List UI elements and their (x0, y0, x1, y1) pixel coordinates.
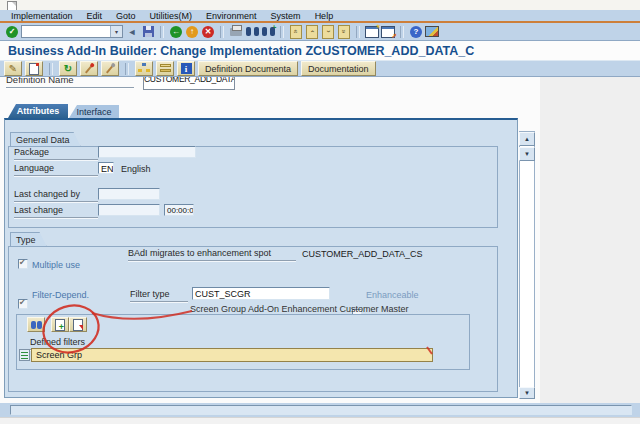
next-page-icon: › (322, 25, 334, 39)
filter-row-icon[interactable] (19, 349, 30, 361)
tab-attributes[interactable]: Attributes (8, 104, 68, 118)
command-field[interactable] (22, 26, 110, 37)
enhancement-spot-value: CUSTOMER_ADD_DATA_CS (302, 249, 423, 261)
next-page-button[interactable]: › (321, 25, 335, 39)
general-data-header: General Data (10, 132, 81, 146)
definition-name-field[interactable]: CUSTOMER_ADD_DATA_CS (143, 77, 235, 90)
toolbar-separator (400, 26, 404, 38)
definition-documentation-button[interactable]: Definition Documenta (198, 61, 298, 76)
menu-help[interactable]: Help (315, 11, 334, 21)
last-page-icon: » (338, 25, 350, 39)
multiple-use-checkbox[interactable] (18, 259, 28, 269)
definition-name-label: Definition Name (6, 77, 134, 88)
language-code-field[interactable]: EN (98, 162, 114, 174)
definition-name-row: Definition Name CUSTOMER_ADD_DATA_CS (0, 77, 540, 97)
first-page-button[interactable]: « (289, 25, 303, 39)
customize-layout-button[interactable] (425, 25, 439, 39)
deactivate-button[interactable] (101, 61, 119, 76)
exit-button[interactable]: ↑ (185, 25, 199, 39)
find-button[interactable] (245, 25, 259, 39)
print-button[interactable] (229, 25, 243, 39)
create-shortcut-icon: ➚ (381, 26, 395, 38)
back-icon: ← (170, 26, 182, 38)
toolbar-separator (220, 26, 224, 38)
toolbar-separator (49, 63, 53, 75)
last-page-button[interactable]: » (337, 25, 351, 39)
menu-system[interactable]: System (271, 11, 301, 21)
filter-row-value[interactable]: Screen Grp (31, 348, 433, 362)
help-button[interactable]: ? (409, 25, 423, 39)
menu-goto[interactable]: Goto (116, 11, 136, 21)
back-button[interactable]: ← (169, 25, 183, 39)
chevron-down-icon: ▼ (524, 151, 530, 157)
window-bottom-strip (0, 417, 640, 424)
activate-icon (85, 64, 93, 73)
new-session-icon: ✶ (365, 26, 379, 38)
migrate-label: BAdI migrates to enhancement spot (128, 248, 296, 261)
standard-toolbar: ✓ ▾ ◄ ← ↑ ✕ + « ‹ › » ✶ ➚ ? (0, 23, 640, 41)
enter-icon: ✓ (6, 26, 18, 38)
window-top-strip (0, 0, 640, 10)
command-field-wrap: ▾ (21, 25, 123, 38)
filter-type-field[interactable]: CUST_SCGR (192, 287, 330, 300)
toolbar-separator (125, 63, 129, 75)
display-filter-icon (31, 321, 42, 329)
exit-icon: ↑ (186, 26, 198, 38)
scrollbar-bottom-nub[interactable]: ▼ (519, 387, 535, 399)
save-icon (143, 26, 154, 37)
last-changed-by-field[interactable] (98, 188, 160, 200)
package-label: Package (14, 147, 98, 160)
title-bar: Business Add-In Builder: Change Implemen… (0, 41, 640, 60)
refresh-button[interactable]: ↻ (59, 61, 77, 76)
menu-edit[interactable]: Edit (87, 11, 103, 21)
last-change-date-field[interactable] (98, 204, 160, 216)
menu-utilities[interactable]: Utilities(M) (150, 11, 193, 21)
vertical-scrollbar[interactable] (519, 131, 535, 392)
back-triangle-icon: ◄ (128, 27, 137, 37)
scroll-down-button[interactable]: ▼ (519, 147, 535, 161)
cancel-button[interactable]: ✕ (201, 25, 215, 39)
delete-filter-icon (73, 319, 83, 331)
enter-button[interactable]: ✓ (5, 25, 19, 39)
customize-layout-icon (425, 26, 439, 37)
delete-filter-button[interactable] (69, 317, 87, 332)
new-session-button[interactable]: ✶ (365, 25, 379, 39)
scroll-up-button[interactable]: ▲ (519, 132, 535, 146)
toolbar-separator (280, 26, 284, 38)
hierarchy-button[interactable] (135, 61, 153, 76)
insert-filter-button[interactable]: + (51, 317, 69, 332)
package-field[interactable] (98, 146, 196, 158)
sap-gui-window: Implementation Edit Goto Utilities(M) En… (0, 0, 640, 424)
menu-environment[interactable]: Environment (206, 11, 257, 21)
status-message (10, 405, 632, 415)
save-button[interactable] (141, 25, 155, 39)
filter-dependent-label: Filter-Depend. (32, 290, 89, 300)
information-button[interactable]: i (177, 61, 195, 76)
info-icon: i (181, 63, 192, 74)
activate-button[interactable] (80, 61, 98, 76)
refresh-icon: ↻ (64, 64, 72, 74)
toolbar-separator (356, 26, 360, 38)
previous-page-icon: ‹ (306, 25, 318, 39)
hide-command-button[interactable]: ◄ (125, 25, 139, 39)
create-shortcut-button[interactable]: ➚ (381, 25, 395, 39)
display-change-button[interactable]: ✎ (4, 61, 22, 76)
menu-implementation[interactable]: Implementation (11, 11, 73, 21)
menu-bar: Implementation Edit Goto Utilities(M) En… (0, 10, 640, 21)
display-filter-button[interactable] (27, 317, 45, 332)
toolbar-separator (160, 26, 164, 38)
page-title: Business Add-In Builder: Change Implemen… (0, 44, 474, 58)
previous-page-button[interactable]: ‹ (305, 25, 319, 39)
copy-button[interactable] (25, 61, 43, 76)
documentation-button[interactable]: Documentation (301, 61, 376, 76)
display-change-icon: ✎ (9, 64, 17, 74)
chevron-down-icon: ▼ (524, 390, 530, 396)
find-icon (246, 27, 259, 36)
filter-dependent-checkbox[interactable] (18, 299, 28, 309)
command-history-icon[interactable]: ▾ (110, 26, 122, 37)
overview-button[interactable] (156, 61, 174, 76)
find-next-button[interactable]: + (261, 25, 275, 39)
last-change-time-field: 00:00:00 (164, 204, 194, 216)
tab-interface[interactable]: Interface (69, 105, 119, 118)
chevron-up-icon: ▲ (524, 136, 530, 142)
